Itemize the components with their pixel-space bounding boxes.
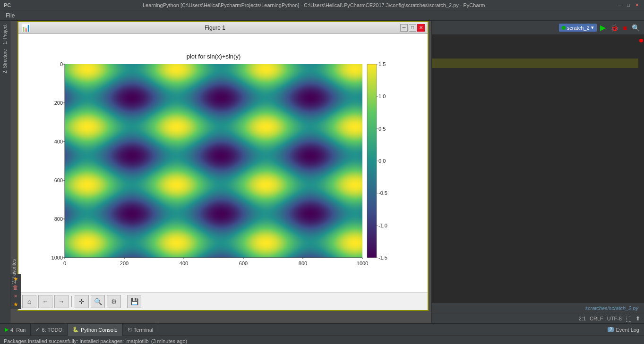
tab-python-console-label: Python Console xyxy=(81,327,118,333)
forward-button[interactable]: → xyxy=(54,295,69,308)
star-icon[interactable]: ★ xyxy=(12,301,19,308)
error-dot xyxy=(639,39,643,42)
scratch-path-info: scratches/scratch_2.py xyxy=(584,305,641,311)
run-config-name: scratch_2 xyxy=(567,25,590,31)
close-small-icon[interactable]: ✕ xyxy=(12,292,19,300)
maximize-button[interactable]: □ xyxy=(625,2,632,8)
figure-window: 📊 Figure 1 ─ □ ✕ ⌂ ← → ✛ 🔍 ⚙ xyxy=(17,21,429,311)
minimize-button[interactable]: ─ xyxy=(617,2,623,8)
heatmap-canvas xyxy=(39,48,407,279)
configure-button[interactable]: ⚙ xyxy=(107,295,121,308)
toolbar-sep-1 xyxy=(71,296,72,307)
app-icon: PC xyxy=(4,2,11,8)
tab-run-label: 4: Run xyxy=(10,327,26,333)
debug-button[interactable]: 🐞 xyxy=(609,24,620,32)
menu-bar: File xyxy=(0,10,644,21)
figure-titlebar: 📊 Figure 1 ─ □ ✕ xyxy=(18,22,428,34)
line-ending: CRLF xyxy=(590,316,603,321)
encoding: UTF-8 xyxy=(607,316,622,321)
cursor-position: 2:1 xyxy=(579,316,586,321)
tab-todo-label: 6: TODO xyxy=(42,327,62,333)
plot-canvas xyxy=(18,34,428,292)
run-config-icon xyxy=(562,26,566,30)
git-icon: ⬆ xyxy=(635,315,640,322)
run-button[interactable]: ▶ xyxy=(599,23,607,32)
figure-area: 📊 Figure 1 ─ □ ✕ ⌂ ← → ✛ 🔍 ⚙ xyxy=(10,21,431,323)
figure-toolbar: ⌂ ← → ✛ 🔍 ⚙ 💾 xyxy=(18,292,428,310)
sidebar-tab-project[interactable]: 1: Project xyxy=(1,23,9,46)
event-log-label: Event Log xyxy=(616,327,639,333)
back-button[interactable]: ← xyxy=(38,295,52,308)
tab-terminal-icon: ⊡ xyxy=(128,327,132,333)
right-panel: scratch_2 ▾ ▶ 🐞 ■ 🔍 scratches/scratch_2.… xyxy=(431,21,644,323)
editor-status-bar: 2:1 CRLF UTF-8 ⬚ ⬆ xyxy=(432,313,644,323)
zoom-button[interactable]: 🔍 xyxy=(91,295,105,308)
editor-area[interactable] xyxy=(432,35,644,302)
tab-run[interactable]: ▶ 4: Run xyxy=(0,324,31,336)
main-layout: 1: Project 2: Structure 📊 Figure 1 ─ □ ✕ xyxy=(0,21,644,323)
window-controls: ─ □ ✕ xyxy=(617,2,640,8)
right-bottom-info: scratches/scratch_2.py xyxy=(432,302,644,313)
status-bar: Packages installed successfully: Install… xyxy=(0,336,644,344)
status-message: Packages installed successfully: Install… xyxy=(4,338,640,344)
editor-highlight xyxy=(432,59,638,68)
figure-close-button[interactable]: ✕ xyxy=(417,24,425,32)
move-button[interactable]: ✛ xyxy=(75,295,89,308)
close-button[interactable]: ✕ xyxy=(634,2,640,8)
right-toolbar: scratch_2 ▾ ▶ 🐞 ■ 🔍 xyxy=(432,21,644,35)
tab-python-console[interactable]: 🐍 Python Console xyxy=(68,324,123,336)
save-button[interactable]: 💾 xyxy=(127,295,141,308)
event-log-tab[interactable]: 2 Event Log xyxy=(603,324,644,336)
indent-icon: ⬚ xyxy=(626,315,632,322)
window-title: LearningPython [C:\Users\Helical\Pycharm… xyxy=(11,2,617,8)
tab-terminal[interactable]: ⊡ Terminal xyxy=(123,324,159,336)
search-button[interactable]: 🔍 xyxy=(630,24,641,32)
title-bar: PC LearningPython [C:\Users\Helical\Pych… xyxy=(0,0,644,10)
tab-run-icon: ▶ xyxy=(5,327,9,333)
sidebar-tab-structure[interactable]: 2: Structure xyxy=(1,47,9,76)
error-stripe xyxy=(640,35,644,302)
bottom-tabs: ▶ 4: Run ✓ 6: TODO 🐍 Python Console ⊡ Te… xyxy=(0,323,644,336)
figure-maximize-button[interactable]: □ xyxy=(409,24,416,32)
figure-minimize-button[interactable]: ─ xyxy=(400,24,408,32)
tab-todo[interactable]: ✓ 6: TODO xyxy=(31,324,68,336)
stop-button[interactable]: ■ xyxy=(622,24,628,32)
run-config-dropdown[interactable]: scratch_2 ▾ xyxy=(559,24,597,32)
menu-file[interactable]: File xyxy=(2,11,18,20)
home-button[interactable]: ⌂ xyxy=(22,295,36,308)
left-sidebar: 1: Project 2: Structure xyxy=(0,21,10,323)
sidebar-tab-favorites[interactable]: 2: Favorites xyxy=(10,257,17,285)
figure-title: Figure 1 xyxy=(31,25,399,31)
tab-terminal-label: Terminal xyxy=(134,327,154,333)
tab-python-console-icon: 🐍 xyxy=(72,327,79,333)
run-config-chevron: ▾ xyxy=(591,25,594,31)
figure-app-icon: 📊 xyxy=(21,23,31,32)
tab-todo-icon: ✓ xyxy=(35,327,40,333)
toolbar-sep-2 xyxy=(124,296,124,307)
event-log-badge: 2 xyxy=(608,327,614,332)
